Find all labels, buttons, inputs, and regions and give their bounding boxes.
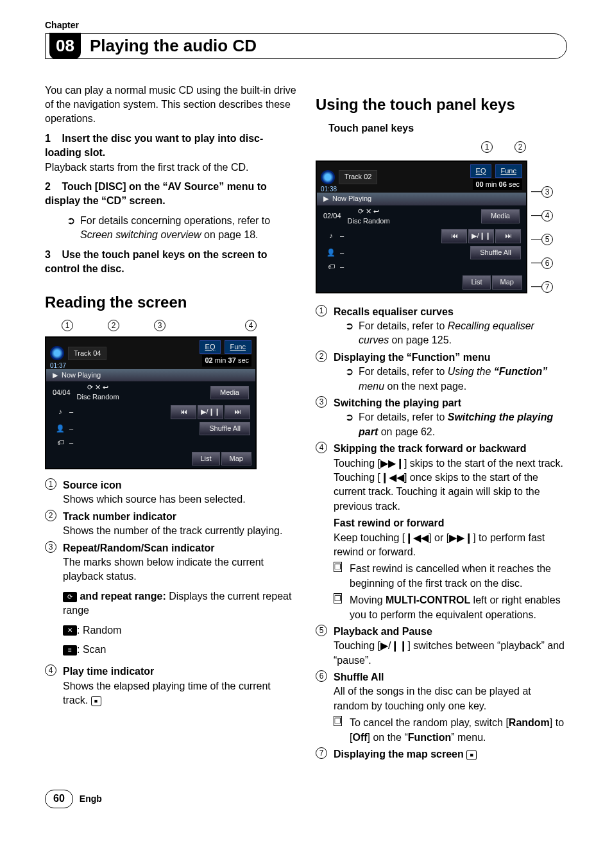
playpause-icon: ▶/❙❙ <box>380 640 407 651</box>
album-dash-2: – <box>340 262 344 272</box>
playpause-button[interactable]: ▶/❙❙ <box>198 405 223 419</box>
media-button-2[interactable]: Media <box>481 209 520 223</box>
using-c5-num: 5 <box>316 625 327 636</box>
clock-2: 01:38 <box>321 185 337 194</box>
using-annot-3: 3 <box>541 186 553 198</box>
playpause-button-2[interactable]: ▶/❙❙ <box>468 229 494 243</box>
using-c5-title: Playback and Pause <box>334 626 432 637</box>
track-label-2: Track 02 <box>339 170 377 184</box>
left-column: You can play a normal music CD using the… <box>45 78 296 765</box>
callout-1-body: Shows which source has been selected. <box>63 494 246 505</box>
using-c5-body: Touching [▶/❙❙] switches between “playba… <box>334 640 565 665</box>
album-dash: – <box>69 438 73 447</box>
using-c7-title: Displaying the map screen <box>334 749 464 759</box>
map-button-2[interactable]: Map <box>492 275 522 289</box>
album-icon: 🏷 <box>51 438 69 447</box>
using-subheading: Touch panel keys <box>316 121 567 135</box>
artist-icon: 👤 <box>51 424 69 433</box>
repeat-icon: ⟳ <box>63 592 77 602</box>
track-label: Track 04 <box>68 347 106 360</box>
prev-button-2[interactable]: ⏮ <box>441 229 467 243</box>
step-1-body: Playback starts from the first track of … <box>45 162 248 173</box>
callout-2-body: Shows the number of the track currently … <box>63 525 282 536</box>
step-3-title: Use the touch panel keys on the screen t… <box>45 249 268 274</box>
reading-callout-1: 1 Source icon Shows which source has bee… <box>45 478 296 507</box>
using-c1-ref: For details, refer to Recalling equalise… <box>359 319 567 348</box>
shuffle-button-2[interactable]: Shuffle All <box>470 246 521 259</box>
cd-source-icon-2 <box>321 170 335 184</box>
media-button[interactable]: Media <box>210 386 249 399</box>
note-icon: ❐ <box>334 562 342 572</box>
map-button[interactable]: Map <box>221 452 251 465</box>
func-tab[interactable]: Func <box>225 340 251 354</box>
using-screenshot: Track 02 EQ Func 00 min 06 sec 01:38 ▶No… <box>316 161 527 293</box>
step-1-num: 1 <box>45 132 59 146</box>
play-indicator-icon-2: ▶ <box>323 194 328 204</box>
language-code: Engb <box>80 793 102 806</box>
play-time: 02 min 37 sec <box>202 355 251 366</box>
using-c4-body: Touching [▶▶❙] skips to the start of the… <box>334 458 563 512</box>
fast-body: Keep touching [❙◀◀] or [▶▶❙] to perform … <box>334 532 545 557</box>
using-c4-note2: Moving MULTI-CONTROL left or right enabl… <box>350 593 567 622</box>
using-callout-1: 1 Recalls equaliser curves ➲ For details… <box>316 305 567 348</box>
step-1: 1 Insert the disc you want to play into … <box>45 132 296 175</box>
mode-icons: ⟳ ✕ ↩ <box>87 383 108 391</box>
step-2-sub-suffix: on page 18. <box>204 229 259 240</box>
mode-label-2: Disc Random <box>348 217 390 225</box>
using-side-annot: —3 —4 —5 —6 —7 <box>527 155 556 302</box>
func-tab-2[interactable]: Func <box>495 164 522 178</box>
artist-icon-2: 👤 <box>322 248 340 257</box>
chapter-number: 08 <box>49 33 81 58</box>
artist-dash-2: – <box>340 248 344 257</box>
track-icon-2: ♪ <box>322 231 340 241</box>
cd-source-icon <box>50 346 64 360</box>
next-button-2[interactable]: ⏭ <box>495 229 521 243</box>
reading-screenshot: Track 04 EQ Func 02 min 37 sec 01:37 ▶No… <box>45 336 257 469</box>
repeat-label: and repeat range: <box>80 591 166 602</box>
using-heading: Using the touch panel keys <box>316 94 567 116</box>
step-2-sub: ➲ For details concerning operations, ref… <box>45 214 296 243</box>
reference-arrow-icon: ➲ <box>345 365 353 379</box>
next-icon: ▶▶❙ <box>380 458 404 469</box>
list-button-2[interactable]: List <box>463 275 490 289</box>
track-title-dash: – <box>69 407 73 417</box>
page-footer: 60 Engb <box>45 790 567 808</box>
now-playing-label-2: Now Playing <box>332 194 371 204</box>
clock: 01:37 <box>50 361 66 370</box>
play-indicator-icon: ▶ <box>53 370 58 380</box>
using-c6-note: To cancel the random play, switch [Rando… <box>350 716 567 745</box>
next-button[interactable]: ⏭ <box>225 405 250 419</box>
using-callout-7: 7 Displaying the map screen ■ <box>316 747 567 761</box>
track-counter: 04/04 <box>53 388 71 397</box>
step-3: 3 Use the touch panel keys on the screen… <box>45 248 296 277</box>
now-playing-label: Now Playing <box>62 370 101 380</box>
prev-button[interactable]: ⏮ <box>171 405 196 419</box>
step-1-title: Insert the disc you want to play into di… <box>45 133 263 158</box>
track-icon: ♪ <box>51 407 69 417</box>
eq-tab-2[interactable]: EQ <box>470 164 492 178</box>
artist-dash: – <box>69 424 73 433</box>
step-2-num: 2 <box>45 180 59 194</box>
section-end-icon: ■ <box>91 696 101 706</box>
eq-tab[interactable]: EQ <box>200 340 221 354</box>
using-c2-ref: For details, refer to Using the “Functio… <box>359 365 567 394</box>
callout-3-body: The marks shown below indicate the curre… <box>63 557 264 582</box>
step-2-title: Touch [DISC] on the “AV Source” menu to … <box>45 181 267 206</box>
list-button[interactable]: List <box>192 452 219 465</box>
annot-4: 4 <box>245 320 257 331</box>
using-c3-num: 3 <box>316 396 327 408</box>
prev-icon: ❙◀◀ <box>380 472 404 483</box>
annot-3: 3 <box>154 320 166 331</box>
mode-icons-2: ⟳ ✕ ↩ <box>358 207 379 215</box>
using-c2-bold: “Function” <box>494 366 548 377</box>
using-annot-4: 4 <box>541 210 553 221</box>
chapter-header: 08 Playing the audio CD <box>45 33 567 59</box>
scan-icon: ≡ <box>63 645 77 655</box>
callout-2-title: Track number indicator <box>63 511 176 522</box>
reading-callout-4: 4 Play time indicator Shows the elapsed … <box>45 664 296 707</box>
track-title-dash-2: – <box>340 231 344 241</box>
using-c4-num: 4 <box>316 442 327 453</box>
using-callout-4: 4 Skipping the track forward or backward… <box>316 442 567 622</box>
step-2-sub-ref: Screen switching overview <box>80 229 201 240</box>
shuffle-button[interactable]: Shuffle All <box>200 422 250 435</box>
